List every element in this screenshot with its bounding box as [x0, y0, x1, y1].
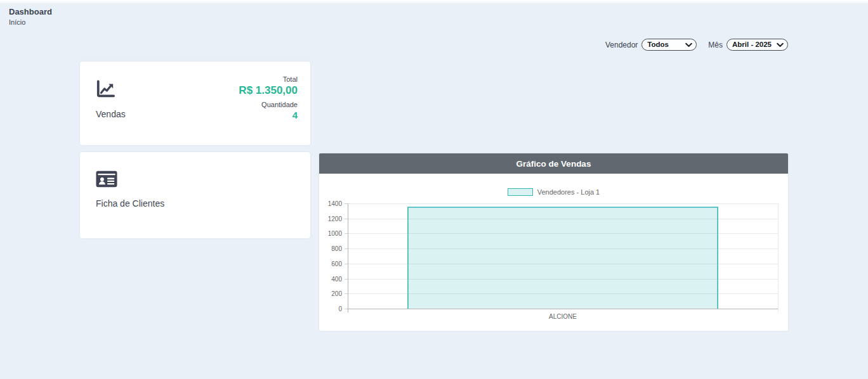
chart-panel-title: Gráfico de Vendas	[319, 153, 788, 174]
svg-text:ALCIONE: ALCIONE	[549, 313, 577, 320]
vendedor-select-wrap: Todos	[641, 39, 697, 51]
id-card-icon	[96, 179, 117, 190]
svg-text:0: 0	[338, 305, 342, 312]
svg-text:1200: 1200	[328, 215, 343, 222]
mes-select[interactable]: Abril - 2025	[727, 39, 788, 51]
svg-text:800: 800	[331, 245, 342, 252]
vendas-card-stats: Total R$ 1.350,00 Quantidade 4	[239, 74, 298, 145]
filters-bar: Vendedor Todos Mês Abril - 2025	[80, 39, 788, 51]
mes-select-wrap: Abril - 2025	[727, 39, 788, 51]
total-label: Total	[239, 75, 298, 83]
chart-panel-body: Vendedores - Loja 1 02004006008001000120…	[319, 174, 788, 331]
svg-text:600: 600	[331, 260, 342, 267]
right-column: Gráfico de Vendas Vendedores - Loja 1 02…	[319, 61, 788, 331]
page-header: Dashboard Início	[0, 3, 868, 26]
quantity-value: 4	[239, 110, 298, 120]
main-container: Vendedor Todos Mês Abril - 2025	[80, 39, 788, 331]
vendedor-filter-label: Vendedor	[605, 41, 638, 49]
vendas-card-label: Vendas	[96, 109, 126, 119]
sales-chart-panel: Gráfico de Vendas Vendedores - Loja 1 02…	[319, 153, 788, 331]
svg-text:400: 400	[331, 276, 342, 283]
breadcrumb: Início	[9, 18, 859, 26]
vendedor-select[interactable]: Todos	[641, 39, 697, 51]
chart-line-icon	[96, 89, 115, 100]
sales-bar-chart: 0200400600800100012001400ALCIONE	[319, 199, 788, 326]
total-value: R$ 1.350,00	[239, 84, 298, 97]
left-column: Vendas Total R$ 1.350,00 Quantidade 4	[80, 61, 310, 238]
legend-swatch-icon	[508, 188, 533, 196]
vendas-card[interactable]: Vendas Total R$ 1.350,00 Quantidade 4	[80, 61, 310, 145]
mes-filter-group: Mês Abril - 2025	[708, 39, 788, 51]
vendedor-filter-group: Vendedor Todos	[605, 39, 697, 51]
ficha-clientes-card[interactable]: Ficha de Clientes	[80, 152, 310, 238]
chart-legend: Vendedores - Loja 1	[319, 188, 788, 196]
legend-label: Vendedores - Loja 1	[537, 188, 600, 196]
page-title: Dashboard	[9, 7, 859, 16]
svg-text:200: 200	[331, 290, 342, 297]
quantity-label: Quantidade	[239, 101, 298, 108]
content-area: Vendas Total R$ 1.350,00 Quantidade 4	[80, 61, 788, 331]
vendas-card-left: Vendas	[96, 74, 126, 145]
svg-text:1000: 1000	[328, 230, 343, 237]
mes-filter-label: Mês	[708, 41, 723, 49]
ficha-clientes-label: Ficha de Clientes	[96, 198, 298, 209]
svg-text:1400: 1400	[328, 200, 343, 207]
